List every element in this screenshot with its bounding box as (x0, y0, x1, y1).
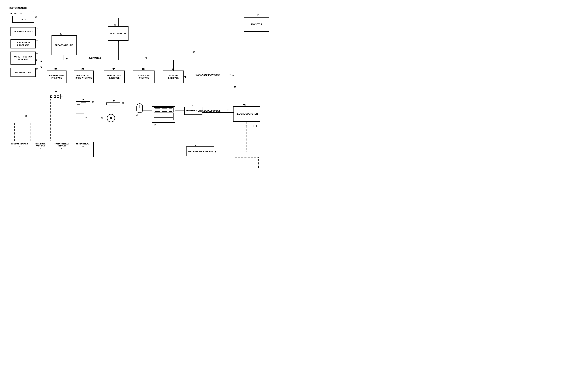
ref-36b: 36 (194, 145, 196, 147)
bottom-modules-table: OPERATING SYSTEM 35 APPLICATION PROGRAMS… (9, 142, 94, 157)
program-data-box: PROGRAM DATA (11, 68, 36, 77)
optical-drive-interface-box: OPTICAL DRIVE INTERFACE (104, 71, 125, 83)
remote-computer-port-icon (248, 124, 258, 128)
bottom-data-ref: 38 (82, 145, 84, 147)
processing-unit-box: PROCESSING UNIT (52, 35, 77, 55)
floppy-storage-icon (76, 114, 84, 123)
svg-marker-24 (55, 91, 57, 93)
svg-marker-28 (113, 100, 115, 102)
svg-text:52: 52 (227, 109, 229, 111)
ref-38a: 38 (36, 68, 38, 70)
ref-25: 25 (25, 115, 27, 117)
magnetic-disk-drive-interface-box: MAGNETIC DISK DRIVE INTERFACE (74, 71, 94, 83)
ref-53: 53 (172, 68, 174, 70)
bottom-os-ref: 35 (19, 145, 21, 147)
network-interface-box: NETWORK INTERFACE (163, 71, 184, 83)
ref-42: 42 (136, 114, 138, 116)
ref-54: 54 (192, 105, 194, 107)
divider2 (9, 115, 41, 115)
ref-47: 47 (257, 14, 259, 16)
svg-text:51: 51 (232, 74, 234, 76)
operating-system-box: OPERATING SYSTEM (11, 27, 36, 36)
ref-40: 40 (154, 124, 156, 126)
svg-text:51: 51 (229, 73, 232, 76)
divider1 (9, 25, 41, 25)
ref-35: 35 (36, 27, 38, 30)
hard-disk-drive-interface-box: HARD DISK DRIVE INTERFACE (47, 71, 66, 83)
svg-marker-56 (258, 166, 259, 168)
application-programs-bottom-box: APPLICATION PROGRAMS (186, 146, 214, 156)
bottom-app-label: APPLICATION PROGRAMS (30, 143, 51, 147)
floppy-icon (76, 101, 90, 105)
monitor-box: MONITOR (244, 17, 269, 32)
bottom-data-label: PROGRAM DATA (76, 143, 89, 145)
other-program-modules-box: OTHER PROGRAM MODULES (11, 52, 36, 65)
serial-port-interface-box: SERIAL PORT INTERFACE (133, 71, 154, 83)
bios-box: BIOS (12, 16, 34, 23)
mouse-icon (136, 103, 143, 113)
ref-27: ~27 (61, 96, 65, 98)
svg-text:LOCAL AREA NETWORK: LOCAL AREA NETWORK (195, 73, 217, 76)
ref-37a: 37 (36, 52, 38, 54)
server-icon (152, 106, 175, 123)
svg-marker-14 (66, 58, 68, 60)
ref-48: 48 (114, 24, 116, 26)
video-adapter-box: VIDEO ADAPTER (108, 26, 129, 41)
svg-text:LOCAL AREA NETWORK: LOCAL AREA NETWORK (196, 74, 220, 76)
svg-marker-35 (234, 87, 236, 89)
ref-46: 46 (143, 68, 145, 70)
bottom-modules-label: OTHER PROGRAM MODULES (51, 143, 72, 147)
svg-marker-26 (82, 99, 84, 101)
remote-computer-box: REMOTE COMPUTER (233, 106, 260, 122)
svg-text:52: 52 (220, 110, 223, 112)
application-programs-box: APPLICATION PROGRAMS (11, 39, 36, 48)
svg-marker-70 (184, 76, 186, 78)
ref-28: ~28 (91, 101, 94, 103)
hard-disk-icon (49, 94, 61, 99)
ref-36a: 36 (36, 40, 38, 42)
ref-31: 31 (101, 117, 103, 119)
bottom-modules-ref: 37 (61, 147, 63, 149)
svg-marker-61 (202, 111, 205, 113)
ref-49: 49 (244, 104, 246, 106)
rom-label: (ROM) (11, 12, 16, 14)
ref-34: 34 (112, 68, 114, 70)
ref-21: 21 (60, 33, 62, 35)
ref-30: ~30 (121, 102, 124, 104)
ref-26: 26 (35, 16, 37, 18)
ref-29: 29 (85, 117, 86, 119)
ref-33: 33 (81, 68, 83, 70)
svg-marker-67 (214, 151, 216, 153)
svg-text:SYSTEM BUS: SYSTEM BUS (88, 57, 102, 59)
modem-box: MODEM (184, 107, 202, 115)
optical-drive-icon (106, 102, 120, 106)
ref-24: 24 (20, 12, 22, 14)
ref-50: 50 (245, 124, 248, 126)
cd-icon (107, 114, 115, 122)
svg-text:23: 23 (145, 57, 147, 59)
system-memory-label: SYSTEM MEMORY (9, 7, 27, 9)
ref-20: 20 (193, 51, 195, 53)
ref-32: 32 (54, 68, 56, 70)
bottom-os-label: OPERATING SYSTEM (11, 143, 28, 145)
bottom-app-ref: 36 (40, 147, 42, 149)
